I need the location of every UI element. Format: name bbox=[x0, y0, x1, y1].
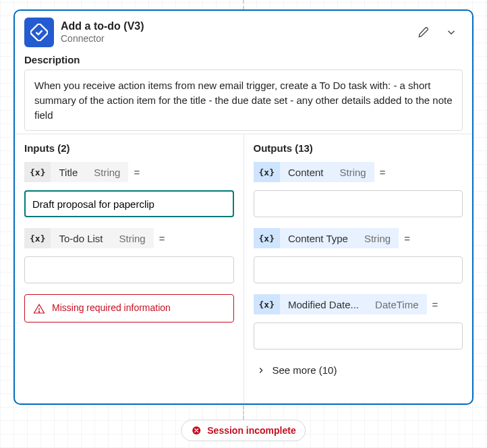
expression-token-icon: {x} bbox=[254, 294, 280, 314]
collapse-button[interactable] bbox=[442, 24, 460, 41]
svg-rect-0 bbox=[30, 24, 48, 41]
output-type: String bbox=[356, 228, 399, 248]
card-header: Add a to-do (V3) Connector bbox=[15, 11, 472, 51]
input-type: String bbox=[111, 228, 154, 248]
session-status-text: Session incomplete bbox=[207, 425, 295, 436]
connector-card: Add a to-do (V3) Connector Description W… bbox=[13, 9, 474, 405]
input-chip-todolist: {x} To-do List String = bbox=[24, 228, 234, 248]
input-name: Title bbox=[51, 162, 86, 182]
output-chip-modifieddate: {x} Modified Date... DateTime = bbox=[254, 294, 463, 314]
description-label: Description bbox=[24, 54, 463, 65]
error-circle-icon bbox=[191, 425, 202, 436]
see-more-button[interactable]: See more (10) bbox=[254, 360, 340, 380]
output-value-modifieddate[interactable] bbox=[254, 323, 463, 349]
output-name: Content Type bbox=[280, 228, 356, 248]
outputs-panel: Outputs (13) {x} Content String = {x} Co… bbox=[244, 134, 473, 403]
session-status-badge[interactable]: Session incomplete bbox=[181, 420, 306, 441]
equals-icon: = bbox=[404, 233, 410, 244]
chevron-right-icon bbox=[256, 366, 266, 375]
expression-token-icon: {x} bbox=[24, 228, 51, 248]
output-name: Content bbox=[280, 162, 332, 182]
output-type: String bbox=[332, 162, 374, 182]
input-value-todolist[interactable] bbox=[24, 256, 234, 283]
warning-icon bbox=[33, 303, 45, 315]
equals-icon: = bbox=[432, 299, 438, 310]
input-type: String bbox=[86, 162, 128, 182]
inputs-panel: Inputs (2) {x} Title String = {x} To-do … bbox=[15, 134, 244, 403]
expression-token-icon: {x} bbox=[254, 162, 280, 182]
chevron-down-icon bbox=[445, 26, 457, 38]
todo-app-icon bbox=[24, 18, 54, 47]
input-name: To-do List bbox=[51, 228, 111, 248]
equals-icon: = bbox=[380, 167, 386, 178]
expression-token-icon: {x} bbox=[254, 228, 280, 248]
validation-error-text: Missing required information bbox=[52, 302, 171, 315]
pencil-icon bbox=[417, 26, 430, 39]
see-more-label: See more (10) bbox=[273, 364, 337, 376]
description-text: When you receive action items from new e… bbox=[24, 69, 463, 131]
equals-icon: = bbox=[159, 233, 165, 244]
output-chip-content: {x} Content String = bbox=[254, 162, 463, 182]
card-title: Add a to-do (V3) bbox=[61, 20, 407, 33]
output-value-content[interactable] bbox=[254, 190, 463, 217]
output-chip-contenttype: {x} Content Type String = bbox=[254, 228, 463, 248]
inputs-heading: Inputs (2) bbox=[24, 142, 234, 154]
output-name: Modified Date... bbox=[280, 294, 367, 314]
svg-point-1 bbox=[38, 312, 39, 312]
input-value-title[interactable] bbox=[24, 190, 234, 217]
card-subtitle: Connector bbox=[61, 33, 407, 45]
expression-token-icon: {x} bbox=[24, 162, 51, 182]
edit-button[interactable] bbox=[414, 23, 433, 42]
input-chip-title: {x} Title String = bbox=[24, 162, 234, 182]
output-value-contenttype[interactable] bbox=[254, 256, 463, 283]
equals-icon: = bbox=[134, 167, 140, 178]
output-type: DateTime bbox=[367, 294, 426, 314]
validation-error: Missing required information bbox=[24, 294, 234, 323]
outputs-heading: Outputs (13) bbox=[254, 142, 463, 154]
description-section: Description When you receive action item… bbox=[15, 51, 472, 134]
